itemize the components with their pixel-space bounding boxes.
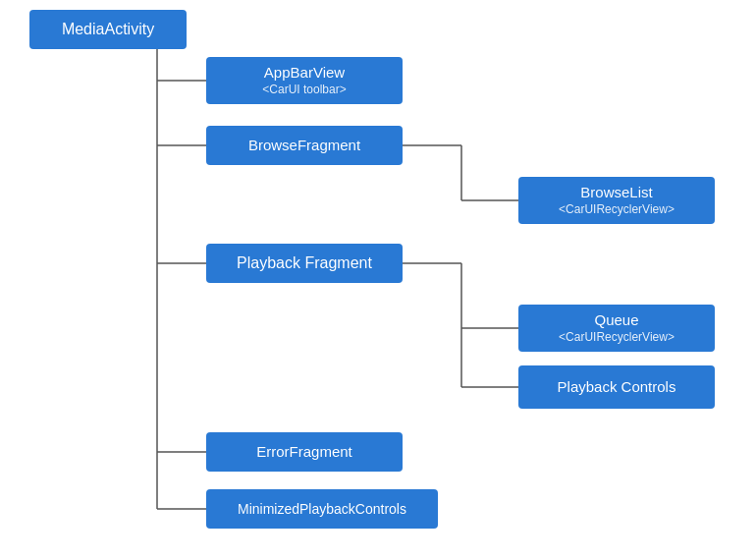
node-playback-controls: Playback Controls: [518, 365, 715, 409]
node-error-fragment: ErrorFragment: [206, 432, 403, 472]
node-appbar-view: AppBarView <CarUI toolbar>: [206, 57, 403, 104]
node-playback-fragment: Playback Fragment: [206, 244, 403, 283]
node-queue: Queue <CarUIRecyclerView>: [518, 305, 715, 352]
node-media-activity: MediaActivity: [29, 10, 187, 49]
diagram-container: MediaActivity AppBarView <CarUI toolbar>…: [0, 0, 756, 560]
node-browse-fragment: BrowseFragment: [206, 126, 403, 165]
node-browse-list: BrowseList <CarUIRecyclerView>: [518, 177, 715, 224]
node-minimized-playback-controls: MinimizedPlaybackControls: [206, 489, 438, 529]
